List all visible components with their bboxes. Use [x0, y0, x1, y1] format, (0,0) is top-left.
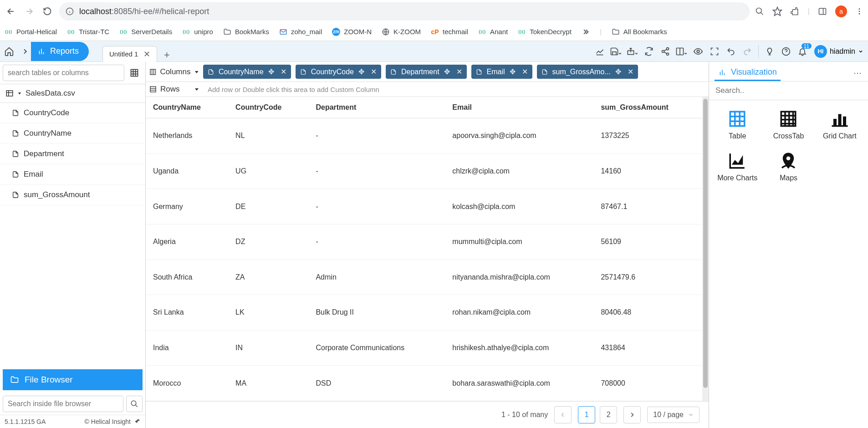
chip-drag-icon[interactable]: ✥	[268, 67, 274, 76]
fullscreen-icon[interactable]	[708, 45, 721, 58]
bookmark-item[interactable]: ⟨⟩⟨⟩Anant	[478, 28, 508, 36]
rows-shelf-label[interactable]: Rows	[149, 85, 199, 94]
chip-remove-icon[interactable]: ✕	[456, 67, 462, 76]
chip-drag-icon[interactable]: ✥	[615, 67, 621, 76]
all-bookmarks-button[interactable]: All Bookmarks	[612, 28, 667, 36]
chip-drag-icon[interactable]: ✥	[358, 67, 364, 76]
bookmark-item[interactable]: ⟨⟩⟨⟩Portal-Helical	[5, 28, 57, 36]
bookmark-item[interactable]: ⟨⟩⟨⟩TokenDecrypt	[518, 28, 572, 36]
file-browser-search-input[interactable]	[3, 396, 123, 412]
refresh-icon[interactable]	[643, 45, 655, 58]
chip-drag-icon[interactable]: ✥	[444, 67, 450, 76]
field-item[interactable]: Email	[0, 164, 145, 185]
table-cell: Morocco	[146, 366, 228, 401]
bookmark-item[interactable]: zmZOOM-N	[332, 28, 372, 36]
column-chip[interactable]: Email✥✕	[471, 65, 532, 79]
extensions-icon[interactable]	[791, 7, 800, 16]
rows-shelf: Rows Add row or Double click this area t…	[146, 82, 709, 97]
redo-icon[interactable]	[741, 45, 754, 58]
forward-button[interactable]	[23, 5, 36, 18]
page-number-button[interactable]: 2	[600, 406, 617, 423]
bookmark-item[interactable]: ⟨⟩⟨⟩ServerDetails	[119, 28, 172, 36]
field-item[interactable]: CountryCode	[0, 103, 145, 123]
prev-page-button[interactable]	[554, 406, 572, 423]
datasource-item[interactable]: SalesData.csv	[0, 84, 145, 103]
field-item[interactable]: CountryName	[0, 123, 145, 144]
viz-overflow-icon[interactable]: ⋯	[853, 68, 863, 78]
chip-remove-icon[interactable]: ✕	[371, 67, 377, 76]
bookmark-item[interactable]: K-ZOOM	[382, 28, 421, 36]
user-menu[interactable]: HI hiadmin	[814, 45, 863, 58]
home-button[interactable]	[0, 42, 18, 61]
file-icon	[541, 69, 548, 75]
bookmark-overflow-icon[interactable]	[582, 28, 590, 36]
close-tab-icon[interactable]: ✕	[143, 50, 150, 58]
search-columns-input[interactable]	[3, 65, 124, 81]
bookmark-item[interactable]: zoho_mail	[279, 28, 322, 36]
viz-option[interactable]: More Charts	[712, 148, 763, 186]
url-bar[interactable]: localhost:8085/hi-ee/#/helical-report	[59, 2, 750, 20]
back-button[interactable]	[5, 5, 17, 18]
undo-icon[interactable]	[725, 45, 737, 58]
column-chip[interactable]: Department✥✕	[386, 65, 467, 79]
viz-search-input[interactable]	[709, 82, 868, 100]
column-header[interactable]: Department	[308, 97, 445, 118]
document-tab[interactable]: Untitled 1 ✕	[102, 46, 157, 62]
export-icon[interactable]	[626, 45, 639, 58]
bookmark-item[interactable]: cPtechmail	[431, 28, 468, 36]
pin-icon[interactable]	[133, 418, 141, 425]
chart-icon[interactable]	[593, 45, 606, 58]
sidepanel-icon[interactable]	[818, 7, 827, 16]
column-chip[interactable]: CountryCode✥✕	[296, 65, 381, 79]
file-browser-button[interactable]: File Browser	[3, 369, 143, 390]
bookmark-item[interactable]: ⟨⟩⟨⟩unipro	[182, 28, 213, 36]
bookmark-icon: ⟨⟩⟨⟩	[119, 28, 128, 36]
viz-option[interactable]: Maps	[763, 148, 814, 186]
chip-remove-icon[interactable]: ✕	[522, 67, 528, 76]
table-cell: 14160	[593, 153, 702, 189]
zoom-icon[interactable]	[755, 7, 764, 16]
expand-button[interactable]	[18, 42, 32, 61]
column-header[interactable]: CountryName	[146, 97, 228, 118]
search-button[interactable]	[126, 396, 143, 412]
share-icon[interactable]	[659, 45, 672, 58]
columns-shelf-label[interactable]: Columns	[149, 67, 199, 76]
column-chip[interactable]: sum_GrossAmo...✥✕	[537, 65, 638, 79]
viz-option[interactable]: CrossTab	[763, 106, 814, 144]
new-tab-button[interactable]: +	[160, 48, 174, 62]
file-icon	[12, 191, 19, 199]
chip-remove-icon[interactable]: ✕	[281, 67, 286, 76]
hint-icon[interactable]	[763, 45, 776, 58]
reload-button[interactable]	[41, 5, 54, 18]
page-number-button[interactable]: 1	[578, 406, 595, 423]
grid-toggle-icon[interactable]	[126, 65, 143, 81]
scrollbar[interactable]	[702, 97, 709, 401]
field-item[interactable]: Department	[0, 144, 145, 164]
reports-tab[interactable]: Reports	[31, 42, 89, 61]
overflow-menu-icon[interactable]	[855, 7, 863, 15]
svg-rect-42	[150, 87, 156, 92]
star-icon[interactable]	[772, 6, 782, 16]
preview-icon[interactable]	[692, 45, 705, 58]
visualization-tab[interactable]: Visualization	[715, 65, 781, 81]
bookmark-item[interactable]: BookMarks	[223, 28, 269, 36]
column-header[interactable]: Email	[445, 97, 593, 118]
per-page-select[interactable]: 10 / page	[647, 407, 700, 423]
rows-placeholder[interactable]: Add row or Double click this area to add…	[203, 86, 705, 93]
bookmark-item[interactable]: ⟨⟩⟨⟩Tristar-TC	[67, 28, 109, 36]
column-chip[interactable]: CountryName✥✕	[203, 65, 291, 79]
profile-avatar[interactable]: a	[835, 5, 847, 17]
table-cell: apoorva.singh@cipla.com	[445, 118, 593, 154]
viz-option[interactable]: Table	[712, 106, 763, 144]
notifications-icon[interactable]: 11	[796, 45, 809, 58]
layout-icon[interactable]	[675, 45, 688, 58]
save-icon[interactable]	[610, 45, 623, 58]
viz-option[interactable]: Grid Chart	[814, 106, 865, 144]
chip-remove-icon[interactable]: ✕	[628, 67, 633, 76]
column-header[interactable]: sum_GrossAmount	[593, 97, 702, 118]
chip-drag-icon[interactable]: ✥	[510, 67, 516, 76]
help-icon[interactable]	[780, 45, 792, 58]
column-header[interactable]: CountryCode	[228, 97, 308, 118]
next-page-button[interactable]	[623, 406, 641, 423]
field-item[interactable]: sum_GrossAmount	[0, 185, 145, 205]
